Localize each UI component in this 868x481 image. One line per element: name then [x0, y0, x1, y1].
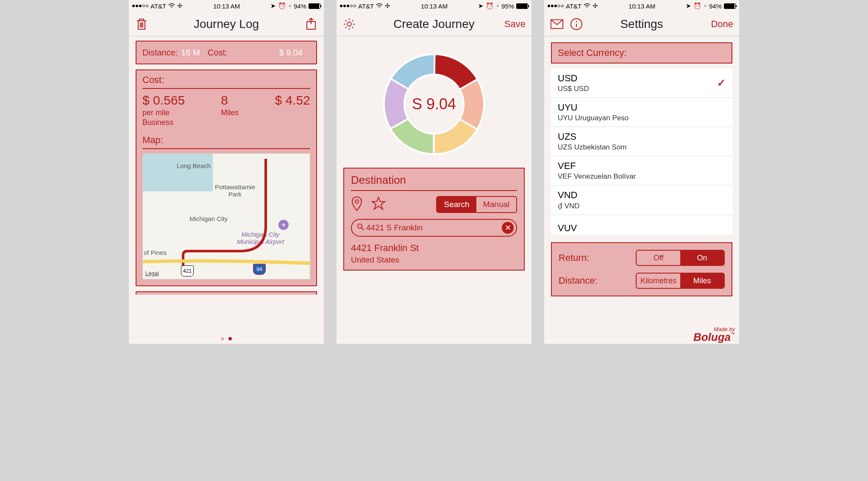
brand-name: Boluga™ [693, 332, 735, 342]
hwy-94-shield: 94 [253, 264, 266, 275]
currency-code: UYU [558, 102, 629, 113]
search-input[interactable] [366, 223, 502, 232]
svg-point-3 [347, 22, 351, 26]
alarm-icon: ⏰ [486, 2, 494, 10]
svg-point-5 [358, 224, 362, 228]
currency-sub: UZS Uzbekistan Som [558, 143, 627, 152]
distance-mi-option[interactable]: Miles [680, 274, 724, 288]
clear-icon[interactable]: ✕ [502, 222, 514, 234]
currency-sub: US$ USD [558, 85, 589, 93]
screen-settings: AT&T ✢ 10:13 AM ➤ ⏰ ⌖ 94% Settings Done … [544, 0, 739, 344]
share-icon[interactable] [304, 17, 318, 31]
carrier-label: AT&T [150, 3, 166, 10]
currency-code: USD [558, 73, 589, 84]
cost-value: $ 9.04 [279, 48, 303, 58]
gear-icon[interactable] [342, 17, 356, 31]
star-icon[interactable] [371, 196, 386, 213]
svg-text:✈: ✈ [281, 222, 286, 228]
pin-icon[interactable] [351, 196, 363, 213]
search-mode-button[interactable]: Search [437, 197, 476, 212]
cost-rate: $ 0.565 [142, 93, 185, 108]
currency-list[interactable]: USDUS$ USD✓UYUUYU Uruguayan PesoUZSUZS U… [551, 69, 732, 235]
signal-icon [132, 5, 148, 7]
check-icon: ✓ [717, 77, 726, 89]
settings-panel: Return: Off On Distance: Kilometres Mile… [551, 242, 732, 296]
status-bar: AT&T ✢ 10:13 AM ➤ ⏰ ⌖ 95% [337, 0, 531, 12]
page-indicator[interactable] [129, 337, 324, 340]
currency-row[interactable]: UZSUZS Uzbekistan Som [551, 127, 732, 156]
currency-row[interactable]: VEFVEF Venezuelan Bolívar [551, 156, 732, 185]
battery-pct: 95% [501, 3, 514, 10]
save-button[interactable]: Save [504, 19, 526, 30]
currency-sub: UYU Uruguayan Peso [558, 114, 629, 122]
next-panel-peek [136, 291, 317, 295]
wifi-icon [168, 3, 175, 10]
battery-icon [516, 3, 528, 9]
distance-label: Distance: [559, 275, 598, 286]
svg-point-8 [576, 21, 577, 22]
battery-pct: 94% [294, 3, 306, 10]
svg-point-4 [355, 200, 359, 203]
status-time: 10:13 AM [213, 3, 240, 10]
alarm-icon: ⏰ [278, 2, 286, 10]
bluetooth-icon: ⌖ [288, 2, 292, 10]
currency-row[interactable]: USDUS$ USD✓ [551, 69, 732, 98]
status-bar: AT&T ✢ 10:13 AM ➤ ⏰ ⌖ 94% [129, 0, 324, 12]
map-legal-link[interactable]: Legal [145, 270, 159, 276]
currency-sub: ₫ VND [558, 202, 580, 210]
cost-rate-sub1: per mile [142, 108, 185, 117]
location-arrow-icon: ➤ [686, 2, 691, 10]
distance-segmented-control[interactable]: Kilometres Miles [636, 273, 725, 289]
destination-heading: Destination [351, 174, 517, 191]
cost-panel: Cost: $ 0.565 per mile Business 8 Miles … [136, 69, 317, 286]
mode-segmented-control[interactable]: Search Manual [436, 196, 517, 213]
battery-icon [724, 3, 736, 9]
signal-icon [548, 5, 564, 7]
carrier-label: AT&T [358, 3, 374, 10]
currency-row[interactable]: UYUUYU Uruguayan Peso [551, 98, 732, 127]
battery-pct: 94% [709, 3, 722, 10]
select-currency-header: Select Currency: [551, 42, 732, 64]
info-icon[interactable] [570, 17, 583, 31]
mail-icon[interactable] [550, 17, 564, 31]
currency-row[interactable]: VND₫ VND [551, 185, 732, 215]
cost-total: $ 4.52 [275, 93, 310, 108]
result-address[interactable]: 4421 Franklin St [351, 243, 517, 254]
wifi-icon [376, 3, 383, 10]
status-bar: AT&T ✢ 10:13 AM ➤ ⏰ ⌖ 94% [544, 0, 739, 12]
loading-icon: ✢ [593, 2, 598, 10]
location-arrow-icon: ➤ [270, 2, 276, 10]
wifi-icon [584, 3, 590, 10]
page-title: Journey Log [129, 17, 324, 31]
currency-row[interactable]: VUV [551, 215, 732, 235]
carrier-label: AT&T [566, 3, 581, 10]
result-country: United States [351, 255, 517, 265]
content-area: Distance: 16 M Cost: $ 9.04 Cost: $ 0.56… [129, 36, 324, 344]
return-on-option[interactable]: On [680, 251, 724, 265]
brand-badge: Made by Boluga™ [693, 326, 735, 342]
page-title: Create Journey [337, 17, 531, 31]
search-icon [357, 223, 364, 232]
distance-km-option[interactable]: Kilometres [637, 274, 680, 288]
signal-icon [340, 5, 356, 7]
currency-sub: VEF Venezuelan Bolívar [558, 172, 636, 181]
cost-miles-sub: Miles [221, 108, 239, 117]
hwy-421-shield: 421 [181, 265, 194, 276]
return-off-option[interactable]: Off [637, 251, 680, 265]
cost-heading: Cost: [142, 75, 310, 89]
donut-chart: S 9.04 [337, 36, 531, 168]
alarm-icon: ⏰ [693, 2, 701, 10]
manual-mode-button[interactable]: Manual [476, 197, 516, 212]
battery-icon [309, 3, 320, 9]
map-view[interactable]: Long Beach Pottawattamie Park Michigan C… [142, 153, 310, 279]
distance-value: 16 M [181, 48, 200, 58]
search-field[interactable]: ✕ [351, 219, 517, 237]
return-segmented-control[interactable]: Off On [636, 250, 725, 266]
loading-icon: ✢ [177, 2, 183, 10]
cost-miles: 8 [221, 93, 239, 108]
destination-panel: Destination Search Manual ✕ 4421 Frankli… [343, 168, 525, 271]
trash-icon[interactable] [135, 17, 148, 31]
screen-journey-log: AT&T ✢ 10:13 AM ➤ ⏰ ⌖ 94% Journey Log Di… [129, 0, 324, 344]
donut-center-value: S 9.04 [412, 95, 456, 113]
done-button[interactable]: Done [711, 19, 733, 30]
